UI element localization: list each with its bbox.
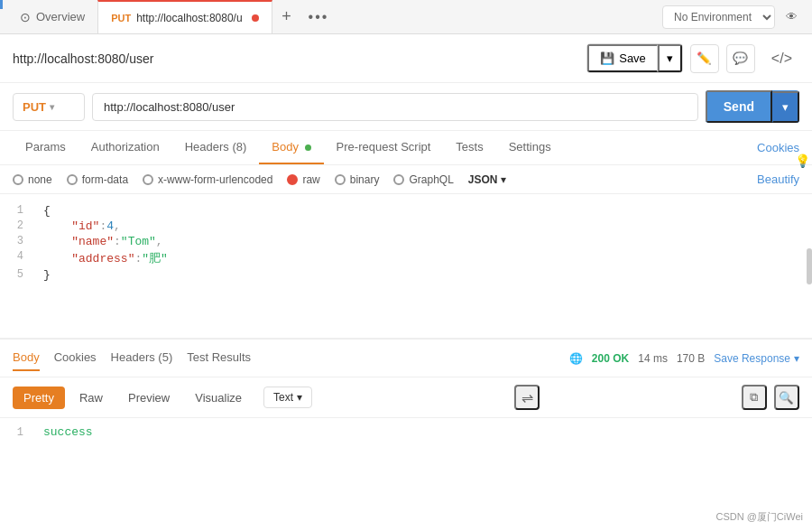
resp-tab-cookies[interactable]: Cookies — [54, 345, 97, 371]
resp-content-1: success — [36, 425, 93, 439]
body-type-binary[interactable]: binary — [335, 173, 380, 186]
left-accent-bar — [0, 0, 3, 9]
tab-body[interactable]: Body — [259, 131, 323, 164]
eye-icon[interactable]: 👁 — [779, 6, 805, 27]
code-editor: 1 { 2 "id":4, 3 "name":"Tom", 4 "address… — [0, 194, 812, 339]
copy-button[interactable]: ⧉ — [742, 385, 767, 410]
line-content-5: } — [36, 268, 812, 282]
graphql-label: GraphQL — [409, 173, 453, 186]
body-type-bar: none form-data x-www-form-urlencoded raw… — [0, 165, 812, 194]
resp-tab-test-results[interactable]: Test Results — [187, 345, 251, 371]
resp-line-num-1: 1 — [0, 426, 36, 439]
tab-active-request[interactable]: PUT http://localhost:8080/u — [97, 0, 272, 33]
none-radio — [13, 174, 23, 185]
resp-tab-headers[interactable]: Headers (5) — [111, 345, 173, 371]
tab-authorization-label: Authorization — [91, 140, 160, 154]
body-type-graphql[interactable]: GraphQL — [393, 173, 453, 186]
resp-body-line-1: 1 success — [0, 425, 812, 439]
request-bar: PUT ▾ Send ▾ — [0, 83, 812, 131]
line-content-1: { — [36, 204, 812, 218]
save-response-arrow-icon: ▾ — [794, 352, 799, 365]
json-type-selector[interactable]: JSON ▾ — [468, 173, 506, 186]
formdata-radio — [67, 174, 78, 185]
tab-params-label: Params — [25, 140, 66, 154]
response-size: 170 B — [677, 352, 705, 365]
body-type-raw[interactable]: raw — [287, 173, 319, 186]
body-type-urlencoded[interactable]: x-www-form-urlencoded — [143, 173, 272, 186]
tab-headers[interactable]: Headers (8) — [172, 131, 260, 164]
tab-prerequest[interactable]: Pre-request Script — [324, 131, 444, 164]
save-button[interactable]: 💾 Save — [587, 44, 658, 72]
tab-authorization[interactable]: Authorization — [78, 131, 172, 164]
fmt-raw-btn[interactable]: Raw — [69, 387, 114, 409]
json-select-label: JSON — [468, 173, 498, 186]
save-dropdown-arrow[interactable]: ▾ — [658, 44, 682, 72]
comment-button[interactable]: 💬 — [726, 44, 755, 73]
tab-tests-label: Tests — [456, 140, 483, 154]
line-num-1: 1 — [0, 204, 36, 217]
globe-icon: 🌐 — [569, 352, 583, 365]
request-url-input[interactable] — [92, 93, 698, 121]
text-select-arrow-icon: ▾ — [297, 391, 302, 404]
code-line-3: 3 "name":"Tom", — [0, 234, 812, 249]
edit-button[interactable]: ✏️ — [690, 44, 719, 73]
text-format-selector[interactable]: Text ▾ — [263, 387, 312, 408]
tab-params[interactable]: Params — [13, 131, 78, 164]
line-num-4: 4 — [0, 250, 36, 263]
save-response-label: Save Response — [714, 352, 790, 365]
ellipsis-icon: ••• — [309, 9, 329, 24]
line-content-4: "address":"肥" — [36, 250, 812, 266]
fmt-visualize-btn[interactable]: Visualize — [184, 387, 253, 409]
tab-overview[interactable]: ⊙ Overview — [7, 0, 97, 33]
binary-radio — [335, 174, 346, 185]
line-content-2: "id":4, — [36, 219, 812, 233]
send-button[interactable]: Send — [706, 90, 772, 123]
send-dropdown-arrow[interactable]: ▾ — [772, 91, 799, 123]
body-type-none[interactable]: none — [13, 173, 52, 186]
sidebar-hint-icon[interactable]: 💡 — [795, 154, 810, 168]
tab-tests[interactable]: Tests — [443, 131, 495, 164]
env-selector[interactable]: No Environment 👁 — [662, 5, 805, 29]
fmt-pretty-btn[interactable]: Pretty — [13, 387, 65, 409]
nav-tabs-bar: Params Authorization Headers (8) Body Pr… — [0, 131, 812, 165]
wrap-lines-button[interactable]: ⇌ — [514, 385, 540, 410]
editor-scrollbar[interactable] — [807, 248, 812, 284]
code-view-icon[interactable]: </> — [764, 47, 799, 70]
add-tab-button[interactable]: + — [272, 3, 301, 32]
code-line-4: 4 "address":"肥" — [0, 249, 812, 267]
save-button-group: 💾 Save ▾ — [586, 43, 683, 73]
graphql-radio — [393, 174, 404, 185]
tab-settings[interactable]: Settings — [496, 131, 564, 164]
response-section: Body Cookies Headers (5) Test Results 🌐 … — [0, 339, 812, 446]
request-title: http://localhost:8080/user — [13, 51, 577, 66]
cookies-link[interactable]: Cookies — [757, 132, 799, 163]
more-tabs-button[interactable]: ••• — [301, 9, 337, 25]
fmt-preview-btn[interactable]: Preview — [117, 387, 180, 409]
body-type-formdata[interactable]: form-data — [67, 173, 128, 186]
active-tab-method: PUT — [111, 13, 131, 23]
method-arrow-icon: ▾ — [50, 102, 54, 112]
active-tab-dot — [252, 14, 259, 22]
resp-cookies-label: Cookies — [54, 350, 97, 364]
save-disk-icon: 💾 — [600, 51, 614, 65]
line-num-2: 2 — [0, 219, 36, 232]
tab-headers-label: Headers (8) — [185, 140, 247, 154]
urlencoded-radio — [143, 174, 153, 185]
raw-label: raw — [302, 173, 319, 186]
tab-body-label: Body — [272, 140, 299, 154]
tab-bar: ⊙ Overview PUT http://localhost:8080/u +… — [0, 0, 812, 34]
body-active-dot — [305, 144, 311, 151]
none-label: none — [28, 173, 52, 186]
watermark: CSDN @厦门CiWei — [715, 510, 803, 524]
method-selector[interactable]: PUT ▾ — [13, 93, 85, 121]
resp-tab-body[interactable]: Body — [13, 345, 40, 371]
resp-body-label: Body — [13, 350, 40, 364]
response-tabs-bar: Body Cookies Headers (5) Test Results 🌐 … — [0, 340, 812, 377]
search-button[interactable]: 🔍 — [774, 385, 799, 410]
save-response-button[interactable]: Save Response ▾ — [714, 352, 799, 365]
overview-icon: ⊙ — [20, 10, 31, 24]
beautify-button[interactable]: Beautify — [757, 172, 799, 186]
text-select-label: Text — [273, 391, 293, 404]
tab-prerequest-label: Pre-request Script — [337, 140, 431, 154]
env-dropdown-select[interactable]: No Environment — [662, 5, 775, 29]
